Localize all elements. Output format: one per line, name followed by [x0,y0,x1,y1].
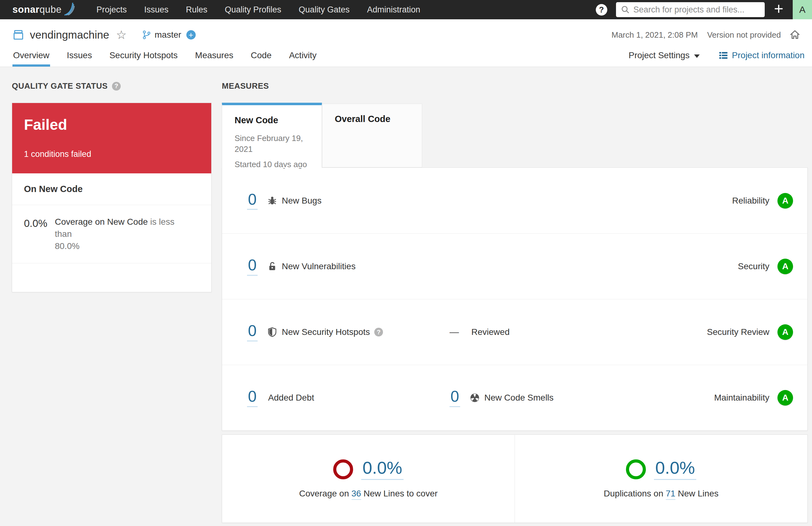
nav-item-issues[interactable]: Issues [144,5,168,15]
tab-issues[interactable]: Issues [66,51,93,67]
top-navbar: sonarqube Projects Issues Rules Quality … [0,0,812,19]
duplications-percent[interactable]: 0.0% [654,459,696,480]
quality-gate-card: Failed 1 conditions failed On New Code 0… [12,103,212,292]
new-security-hotspots-count[interactable]: 0 [247,323,258,341]
reviewed-label: Reviewed [471,327,510,337]
coverage-duplications-section: 0.0% Coverage on 36 New Lines to cover 0… [222,435,808,523]
new-code-smells-count[interactable]: 0 [450,388,460,407]
quality-gate-card-footer [12,263,211,292]
project-tabbar: Overview Issues Security Hotspots Measur… [0,41,812,67]
new-bugs-count[interactable]: 0 [247,191,258,210]
quality-gate-section-title: On New Code [12,173,211,205]
tab-code[interactable]: Code [250,51,272,67]
measures-tabs: New Code Since February 19, 2021 Started… [222,103,808,168]
project-settings-dropdown[interactable]: Project Settings [628,51,699,60]
global-search[interactable] [616,2,765,17]
branch-name: master [155,30,182,40]
chevron-down-icon [694,55,700,58]
new-code-since: Since February 19, 2021 [235,133,309,155]
security-rating-badge: A [778,259,793,274]
lock-icon [267,261,277,272]
analysis-date: March 1, 2021, 2:08 PM [611,30,697,40]
nav-item-quality-gates[interactable]: Quality Gates [299,5,350,15]
tab-measures[interactable]: Measures [194,51,234,67]
tab-overall-code[interactable]: Overall Code [322,104,422,168]
added-debt-value[interactable]: 0 [247,388,258,407]
duplications-text-before: Duplications on [604,489,663,498]
list-icon [719,51,728,60]
tab-activity[interactable]: Activity [288,51,317,67]
coverage-ring-icon [333,459,353,479]
project-header: vendingmachine ☆ master + March 1, 2021,… [0,19,812,67]
new-bugs-label: New Bugs [282,196,322,206]
home-icon[interactable] [789,29,801,41]
nav-item-quality-profiles[interactable]: Quality Profiles [225,5,281,15]
duplications-cell: 0.0% Duplications on 71 New Lines [514,435,807,523]
measures-title: MEASURES [222,81,269,91]
measure-row-maintainability: 0 Added Debt 0 New Code Smell [222,365,807,430]
bug-icon [267,196,277,206]
quality-gate-help-icon[interactable]: ? [112,82,121,90]
reviewed-value: — [450,327,459,337]
measures-panel: 0 New Bugs Reliability A [222,168,808,431]
project-information-button[interactable]: Project information [719,51,804,60]
new-code-smells-label: New Code Smells [484,393,554,403]
hotspots-help-icon[interactable]: ? [374,328,383,337]
shield-icon [267,327,277,337]
reliability-rating-badge: A [778,193,793,209]
coverage-text-after: New Lines to cover [363,489,437,498]
logo-text-bold: sonar [12,4,40,15]
branch-selector[interactable]: master + [142,30,196,40]
overall-code-tab-label: Overall Code [335,114,409,124]
project-name: vendingmachine [30,29,109,41]
coverage-percent[interactable]: 0.0% [361,459,404,480]
new-code-tab-label: New Code [235,115,309,125]
security-review-label: Security Review [707,327,769,337]
coverage-cell: 0.0% Coverage on 36 New Lines to cover [222,435,514,523]
coverage-new-lines-link[interactable]: 36 [351,489,361,500]
measure-row-hotspots: 0 New Security Hotspots ? — Reviewed [222,299,807,365]
duplications-sentence: Duplications on 71 New Lines [604,489,719,499]
security-label: Security [738,261,769,271]
duplications-new-lines-link[interactable]: 71 [666,489,676,500]
duplications-ring-icon [626,459,646,479]
help-icon[interactable]: ? [596,4,607,16]
reliability-label: Reliability [732,196,769,206]
add-branch-icon[interactable]: + [186,30,196,40]
nav-item-rules[interactable]: Rules [186,5,207,15]
quality-gate-banner: Failed 1 conditions failed [12,103,211,173]
maintainability-label: Maintainability [714,393,769,403]
nav-item-administration[interactable]: Administration [367,5,420,15]
coverage-sentence: Coverage on 36 New Lines to cover [299,489,437,499]
added-debt-label: Added Debt [268,393,314,403]
new-vulnerabilities-label: New Vulnerabilities [282,261,356,271]
logo-swoosh-icon [63,2,75,16]
quality-gate-condition-row[interactable]: 0.0% Coverage on New Code is less than 8… [12,205,211,263]
new-vulnerabilities-count[interactable]: 0 [247,257,258,276]
project-information-label: Project information [732,51,804,60]
project-settings-label: Project Settings [628,51,690,60]
search-icon [621,5,630,14]
main-navigation: Projects Issues Rules Quality Profiles Q… [97,5,420,15]
code-smells-icon [469,393,480,403]
new-code-started: Started 10 days ago [235,160,309,169]
favorite-star-icon[interactable]: ☆ [116,29,127,41]
branch-icon [142,30,151,40]
measure-row-bugs: 0 New Bugs Reliability A [222,168,807,233]
search-input[interactable] [634,5,760,15]
sonarqube-logo[interactable]: sonarqube [12,4,75,16]
quality-gate-status: Failed [24,116,200,133]
tab-new-code[interactable]: New Code Since February 19, 2021 Started… [222,103,322,168]
nav-item-projects[interactable]: Projects [97,5,127,15]
measure-row-vulnerabilities: 0 New Vulnerabilities Security A [222,233,807,299]
tab-overview[interactable]: Overview [12,51,50,67]
quality-gate-title-row: QUALITY GATE STATUS ? [12,81,212,91]
user-avatar[interactable]: A [793,0,812,19]
quality-gate-conditions-summary: 1 conditions failed [24,150,200,159]
condition-value: 0.0% [24,217,47,252]
tab-security-hotspots[interactable]: Security Hotspots [109,51,178,67]
logo-text-light: qube [40,4,62,15]
condition-metric: Coverage on New Code [55,217,148,227]
security-review-rating-badge: A [778,324,793,340]
add-project-button[interactable]: + [765,1,793,17]
